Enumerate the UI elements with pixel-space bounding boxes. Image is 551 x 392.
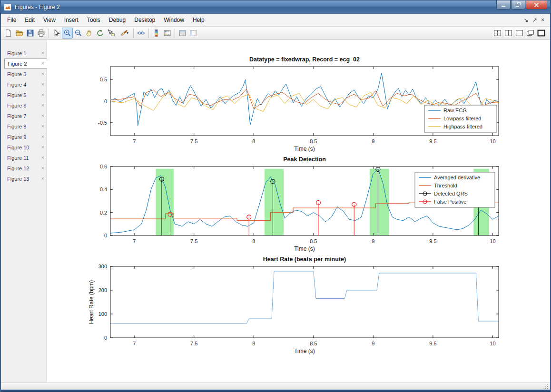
tab-close-icon[interactable]: ×	[39, 166, 44, 171]
legend[interactable]: Averaged derivativeThresholdDetected QRS…	[415, 172, 495, 207]
menu-debug[interactable]: Debug	[105, 15, 130, 25]
layout-grid-button[interactable]	[492, 28, 503, 39]
tab-close-icon[interactable]: ×	[39, 113, 44, 118]
menu-help[interactable]: Help	[188, 15, 209, 25]
zoom-out-button[interactable]	[73, 28, 84, 39]
svg-text:9: 9	[372, 341, 374, 346]
menu-desktop[interactable]: Desktop	[130, 15, 159, 25]
window-bottom-border	[1, 390, 550, 392]
svg-text:9.5: 9.5	[429, 138, 436, 144]
tab-close-icon[interactable]: ×	[39, 155, 44, 160]
menu-insert[interactable]: Insert	[60, 15, 83, 25]
layout-cascade-button[interactable]	[525, 28, 536, 39]
figure-tab-figure-10[interactable]: Figure 10×	[4, 142, 47, 152]
svg-text:0.2: 0.2	[100, 210, 107, 216]
figure-tabs-sidebar: Figure 1×Figure 2×Figure 3×Figure 4×Figu…	[1, 40, 47, 382]
menu-tools[interactable]: Tools	[83, 15, 105, 25]
brush-button[interactable]: ▾	[117, 28, 131, 39]
figure-tab-figure-6[interactable]: Figure 6×	[4, 100, 47, 110]
layout-split-vertical-button[interactable]	[503, 28, 514, 39]
chart-3[interactable]: 77.588.599.5100100200300Heart Rate (beat…	[88, 256, 499, 354]
menu-file[interactable]: File	[3, 15, 20, 25]
rotate-3d-button[interactable]	[95, 28, 106, 39]
tab-close-icon[interactable]: ×	[39, 103, 44, 108]
chart-1[interactable]: 77.588.599.510-0.500.5Datatype = fixedwr…	[98, 56, 499, 152]
figure-tab-figure-9[interactable]: Figure 9×	[4, 132, 47, 142]
svg-text:10: 10	[490, 138, 495, 144]
dock-figure-icon[interactable]: ↘	[524, 17, 529, 23]
chart-2[interactable]: 77.588.599.51000.20.40.6Peak DetectionTi…	[100, 156, 499, 252]
window-buttons	[496, 0, 547, 10]
data-cursor-button[interactable]	[106, 28, 117, 39]
hide-plot-tools-button[interactable]	[177, 28, 188, 39]
figure-tab-figure-13[interactable]: Figure 13×	[4, 174, 47, 184]
open-file-button[interactable]	[14, 28, 25, 39]
minimize-button[interactable]	[496, 0, 511, 10]
figure-canvas[interactable]: 77.588.599.510-0.500.5Datatype = fixedwr…	[47, 40, 550, 382]
legend[interactable]: Raw ECGLowpass filteredHighpass filtered	[424, 105, 497, 132]
figure-tab-figure-1[interactable]: Figure 1×	[4, 48, 47, 58]
resize-grip[interactable]	[543, 384, 548, 389]
figure-tab-figure-11[interactable]: Figure 11×	[4, 153, 47, 163]
figure-plot-svg[interactable]: 77.588.599.510-0.500.5Datatype = fixedwr…	[47, 40, 550, 382]
menu-edit[interactable]: Edit	[20, 15, 39, 25]
tab-close-icon[interactable]: ×	[39, 134, 44, 139]
figure-tab-figure-7[interactable]: Figure 7×	[4, 111, 47, 121]
figure-tab-label: Figure 5	[7, 92, 26, 98]
save-figure-button[interactable]	[25, 28, 36, 39]
svg-text:Detected QRS: Detected QRS	[434, 191, 468, 196]
tab-close-icon[interactable]: ×	[39, 92, 44, 98]
figure-tab-figure-8[interactable]: Figure 8×	[4, 121, 47, 131]
new-figure-button[interactable]	[3, 28, 14, 39]
menu-window[interactable]: Window	[159, 15, 188, 25]
figure-tab-figure-12[interactable]: Figure 12×	[4, 163, 47, 173]
svg-text:9.5: 9.5	[429, 238, 436, 244]
tab-close-icon[interactable]: ×	[39, 176, 44, 181]
zoom-in-button[interactable]	[62, 28, 73, 39]
svg-text:100: 100	[98, 311, 107, 317]
figures-window: Figures - Figure 2 FileEditViewInsertToo…	[0, 0, 551, 392]
svg-text:0.5: 0.5	[100, 77, 107, 82]
svg-text:Highpass filtered: Highpass filtered	[443, 124, 482, 129]
menu-view[interactable]: View	[39, 15, 60, 25]
figure-tab-list: Figure 1×Figure 2×Figure 3×Figure 4×Figu…	[1, 48, 47, 184]
tab-close-icon[interactable]: ×	[39, 145, 44, 150]
figure-tab-figure-4[interactable]: Figure 4×	[4, 79, 47, 89]
figure-tab-label: Figure 12	[7, 166, 29, 171]
layout-split-horizontal-button[interactable]	[514, 28, 525, 39]
svg-text:10: 10	[490, 238, 495, 244]
edit-plot-button[interactable]	[51, 28, 62, 39]
figure-tab-label: Figure 6	[7, 103, 26, 108]
figure-tab-figure-3[interactable]: Figure 3×	[4, 69, 47, 79]
show-plot-tools-button[interactable]	[188, 28, 199, 39]
tab-close-icon[interactable]: ×	[39, 82, 44, 87]
tab-close-icon[interactable]: ×	[39, 124, 44, 129]
svg-text:Lowpass filtered: Lowpass filtered	[443, 116, 482, 121]
x-axis-label: Time (s)	[294, 348, 315, 354]
tab-close-icon[interactable]: ×	[39, 50, 44, 56]
pan-button[interactable]	[84, 28, 95, 39]
svg-text:7.5: 7.5	[190, 138, 197, 144]
tab-close-icon[interactable]: ×	[39, 71, 44, 77]
svg-text:8.5: 8.5	[310, 341, 317, 346]
figure-tab-figure-5[interactable]: Figure 5×	[4, 90, 47, 100]
restore-button[interactable]	[511, 0, 525, 10]
toolbar-separator	[49, 29, 49, 38]
figure-tab-figure-2[interactable]: Figure 2×	[4, 59, 47, 69]
insert-colorbar-button[interactable]	[151, 28, 162, 39]
svg-text:7: 7	[133, 138, 136, 144]
layout-single-button[interactable]	[536, 28, 547, 39]
svg-text:7: 7	[133, 341, 136, 346]
close-button[interactable]	[526, 0, 547, 10]
svg-text:7.5: 7.5	[190, 341, 197, 346]
undock-figure-icon[interactable]: ↗	[532, 17, 537, 23]
figure-tab-label: Figure 9	[7, 134, 26, 140]
link-plot-button[interactable]	[136, 28, 147, 39]
dropdown-caret-icon[interactable]: ▾	[127, 31, 128, 35]
close-figure-icon[interactable]: ×	[541, 17, 544, 23]
titlebar[interactable]: Figures - Figure 2	[1, 0, 550, 14]
print-figure-button[interactable]	[36, 28, 47, 39]
insert-legend-button[interactable]	[162, 28, 173, 39]
tab-close-icon[interactable]: ×	[39, 61, 44, 66]
figure-tab-label: Figure 13	[7, 176, 29, 182]
